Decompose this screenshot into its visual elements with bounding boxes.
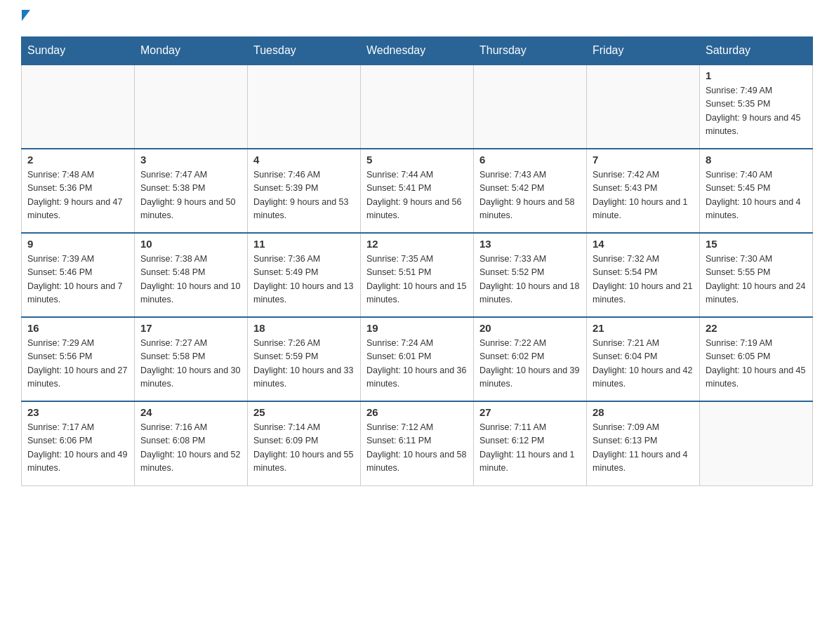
calendar-day-cell: 14Sunrise: 7:32 AM Sunset: 5:54 PM Dayli… — [587, 233, 700, 317]
calendar-header-row: SundayMondayTuesdayWednesdayThursdayFrid… — [22, 37, 813, 65]
day-of-week-header: Friday — [587, 37, 700, 65]
day-number: 5 — [366, 154, 468, 166]
calendar-day-cell — [361, 65, 474, 149]
day-of-week-header: Sunday — [22, 37, 135, 65]
day-info: Sunrise: 7:30 AM Sunset: 5:55 PM Dayligh… — [706, 253, 807, 307]
day-number: 10 — [140, 238, 241, 250]
calendar-week-row: 23Sunrise: 7:17 AM Sunset: 6:06 PM Dayli… — [22, 401, 813, 485]
calendar-week-row: 9Sunrise: 7:39 AM Sunset: 5:46 PM Daylig… — [22, 233, 813, 317]
day-info: Sunrise: 7:39 AM Sunset: 5:46 PM Dayligh… — [27, 253, 128, 307]
day-number: 4 — [253, 154, 355, 166]
calendar-day-cell — [135, 65, 248, 149]
calendar-day-cell: 1Sunrise: 7:49 AM Sunset: 5:35 PM Daylig… — [700, 65, 813, 149]
calendar-day-cell: 15Sunrise: 7:30 AM Sunset: 5:55 PM Dayli… — [700, 233, 813, 317]
calendar-day-cell: 13Sunrise: 7:33 AM Sunset: 5:52 PM Dayli… — [474, 233, 587, 317]
day-number: 6 — [479, 154, 581, 166]
day-number: 23 — [27, 406, 128, 418]
calendar-day-cell: 19Sunrise: 7:24 AM Sunset: 6:01 PM Dayli… — [361, 317, 474, 401]
calendar-day-cell — [248, 65, 361, 149]
day-number: 18 — [253, 322, 355, 334]
day-info: Sunrise: 7:12 AM Sunset: 6:11 PM Dayligh… — [366, 421, 468, 476]
day-number: 13 — [479, 238, 581, 250]
calendar-day-cell — [587, 65, 700, 149]
day-info: Sunrise: 7:44 AM Sunset: 5:41 PM Dayligh… — [366, 168, 468, 223]
day-info: Sunrise: 7:16 AM Sunset: 6:08 PM Dayligh… — [140, 421, 241, 476]
day-number: 15 — [706, 238, 807, 250]
day-info: Sunrise: 7:35 AM Sunset: 5:51 PM Dayligh… — [366, 253, 468, 307]
calendar-day-cell: 25Sunrise: 7:14 AM Sunset: 6:09 PM Dayli… — [248, 401, 361, 485]
day-of-week-header: Wednesday — [361, 37, 474, 65]
calendar-day-cell — [474, 65, 587, 149]
day-of-week-header: Saturday — [700, 37, 813, 65]
calendar-week-row: 16Sunrise: 7:29 AM Sunset: 5:56 PM Dayli… — [22, 317, 813, 401]
day-info: Sunrise: 7:33 AM Sunset: 5:52 PM Dayligh… — [479, 253, 581, 307]
day-number: 1 — [706, 69, 807, 81]
calendar-table: SundayMondayTuesdayWednesdayThursdayFrid… — [21, 36, 813, 486]
calendar-day-cell: 22Sunrise: 7:19 AM Sunset: 6:05 PM Dayli… — [700, 317, 813, 401]
day-number: 8 — [706, 154, 807, 166]
day-number: 9 — [27, 238, 128, 250]
day-info: Sunrise: 7:46 AM Sunset: 5:39 PM Dayligh… — [253, 168, 355, 223]
calendar-day-cell: 8Sunrise: 7:40 AM Sunset: 5:45 PM Daylig… — [700, 149, 813, 233]
day-number: 25 — [253, 406, 355, 418]
day-number: 2 — [27, 154, 128, 166]
day-info: Sunrise: 7:40 AM Sunset: 5:45 PM Dayligh… — [706, 168, 807, 223]
calendar-day-cell: 16Sunrise: 7:29 AM Sunset: 5:56 PM Dayli… — [22, 317, 135, 401]
day-number: 19 — [366, 322, 468, 334]
day-number: 16 — [27, 322, 128, 334]
day-info: Sunrise: 7:27 AM Sunset: 5:58 PM Dayligh… — [140, 337, 241, 391]
day-info: Sunrise: 7:19 AM Sunset: 6:05 PM Dayligh… — [706, 337, 807, 391]
day-info: Sunrise: 7:47 AM Sunset: 5:38 PM Dayligh… — [140, 168, 241, 223]
day-info: Sunrise: 7:17 AM Sunset: 6:06 PM Dayligh… — [27, 421, 128, 476]
calendar-day-cell: 12Sunrise: 7:35 AM Sunset: 5:51 PM Dayli… — [361, 233, 474, 317]
calendar-day-cell: 5Sunrise: 7:44 AM Sunset: 5:41 PM Daylig… — [361, 149, 474, 233]
day-number: 24 — [140, 406, 241, 418]
day-number: 22 — [706, 322, 807, 334]
calendar-day-cell — [22, 65, 135, 149]
calendar-day-cell: 11Sunrise: 7:36 AM Sunset: 5:49 PM Dayli… — [248, 233, 361, 317]
calendar-day-cell — [700, 401, 813, 485]
day-of-week-header: Thursday — [474, 37, 587, 65]
calendar-day-cell: 26Sunrise: 7:12 AM Sunset: 6:11 PM Dayli… — [361, 401, 474, 485]
calendar-day-cell: 28Sunrise: 7:09 AM Sunset: 6:13 PM Dayli… — [587, 401, 700, 485]
day-info: Sunrise: 7:21 AM Sunset: 6:04 PM Dayligh… — [593, 337, 694, 391]
calendar-day-cell: 24Sunrise: 7:16 AM Sunset: 6:08 PM Dayli… — [135, 401, 248, 485]
day-number: 3 — [140, 154, 241, 166]
day-info: Sunrise: 7:38 AM Sunset: 5:48 PM Dayligh… — [140, 253, 241, 307]
calendar-day-cell: 18Sunrise: 7:26 AM Sunset: 5:59 PM Dayli… — [248, 317, 361, 401]
day-number: 26 — [366, 406, 468, 418]
day-number: 20 — [479, 322, 581, 334]
page-header — [21, 14, 813, 25]
day-number: 7 — [593, 154, 694, 166]
day-of-week-header: Tuesday — [248, 37, 361, 65]
day-info: Sunrise: 7:32 AM Sunset: 5:54 PM Dayligh… — [593, 253, 694, 307]
day-info: Sunrise: 7:09 AM Sunset: 6:13 PM Dayligh… — [593, 421, 694, 476]
day-info: Sunrise: 7:24 AM Sunset: 6:01 PM Dayligh… — [366, 337, 468, 391]
day-info: Sunrise: 7:14 AM Sunset: 6:09 PM Dayligh… — [253, 421, 355, 476]
calendar-day-cell: 3Sunrise: 7:47 AM Sunset: 5:38 PM Daylig… — [135, 149, 248, 233]
calendar-week-row: 2Sunrise: 7:48 AM Sunset: 5:36 PM Daylig… — [22, 149, 813, 233]
day-info: Sunrise: 7:49 AM Sunset: 5:35 PM Dayligh… — [706, 84, 807, 139]
day-info: Sunrise: 7:43 AM Sunset: 5:42 PM Dayligh… — [479, 168, 581, 223]
calendar-day-cell: 6Sunrise: 7:43 AM Sunset: 5:42 PM Daylig… — [474, 149, 587, 233]
calendar-day-cell: 21Sunrise: 7:21 AM Sunset: 6:04 PM Dayli… — [587, 317, 700, 401]
day-info: Sunrise: 7:42 AM Sunset: 5:43 PM Dayligh… — [593, 168, 694, 223]
day-number: 28 — [593, 406, 694, 418]
logo — [21, 14, 30, 25]
day-number: 21 — [593, 322, 694, 334]
calendar-day-cell: 7Sunrise: 7:42 AM Sunset: 5:43 PM Daylig… — [587, 149, 700, 233]
calendar-day-cell: 2Sunrise: 7:48 AM Sunset: 5:36 PM Daylig… — [22, 149, 135, 233]
calendar-day-cell: 4Sunrise: 7:46 AM Sunset: 5:39 PM Daylig… — [248, 149, 361, 233]
logo-triangle-icon — [22, 10, 30, 21]
day-number: 14 — [593, 238, 694, 250]
day-info: Sunrise: 7:11 AM Sunset: 6:12 PM Dayligh… — [479, 421, 581, 476]
day-info: Sunrise: 7:26 AM Sunset: 5:59 PM Dayligh… — [253, 337, 355, 391]
day-number: 27 — [479, 406, 581, 418]
day-of-week-header: Monday — [135, 37, 248, 65]
calendar-day-cell: 20Sunrise: 7:22 AM Sunset: 6:02 PM Dayli… — [474, 317, 587, 401]
day-info: Sunrise: 7:48 AM Sunset: 5:36 PM Dayligh… — [27, 168, 128, 223]
calendar-day-cell: 17Sunrise: 7:27 AM Sunset: 5:58 PM Dayli… — [135, 317, 248, 401]
day-info: Sunrise: 7:22 AM Sunset: 6:02 PM Dayligh… — [479, 337, 581, 391]
day-info: Sunrise: 7:36 AM Sunset: 5:49 PM Dayligh… — [253, 253, 355, 307]
day-number: 12 — [366, 238, 468, 250]
